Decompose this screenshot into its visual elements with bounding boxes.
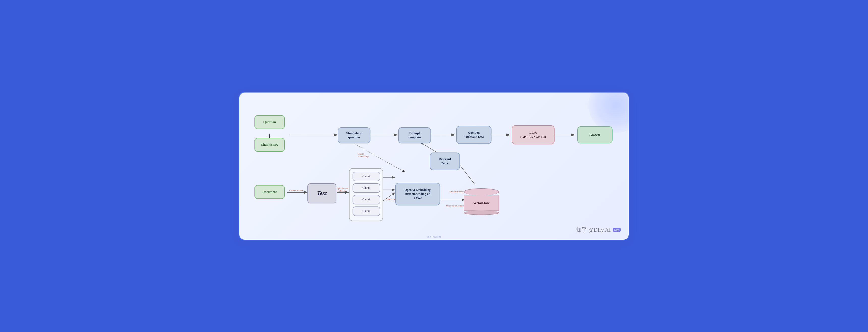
- svg-line-14: [458, 162, 475, 185]
- vector-store-label: VectorStore: [473, 201, 490, 205]
- standalone-question-node: Standalone question: [338, 127, 370, 143]
- label-store-embeddings: Store the embeddings: [446, 204, 466, 207]
- text-node: Text: [307, 183, 336, 203]
- diagram-frame: Convert to text Split the text to chunks…: [239, 92, 629, 240]
- prompt-template-node: Prompt template: [398, 127, 431, 143]
- footer-text: 相关已导航网: [427, 235, 441, 239]
- chunk-1-node: Chunk: [352, 172, 380, 181]
- openai-embedding-node: OpenAI Embedding (text-embedding-ad a-00…: [395, 183, 440, 205]
- question-node: Question: [254, 115, 285, 129]
- relevant-docs-node: Relevant Docs: [430, 153, 460, 170]
- answer-node: Answer: [577, 126, 613, 143]
- label-split-to-chunks: Split the text to chunks: [337, 187, 348, 192]
- chunk-3-node: Chunk: [352, 195, 380, 204]
- label-similarity-search: Similarity search: [450, 190, 465, 193]
- watermark: 知乎 @Dify.AI Dify.: [576, 226, 621, 234]
- chunks-container: Chunk Chunk Chunk Chunk: [349, 168, 383, 221]
- vector-store-container: VectorStore: [464, 188, 499, 215]
- document-node: Document: [254, 185, 285, 199]
- chunk-4-node: Chunk: [352, 206, 380, 216]
- question-relevant-docs-node: Question + Relevant Docs: [456, 126, 492, 144]
- label-create-embeddings-1: Create embeddings: [358, 153, 369, 158]
- chat-history-node: Chat history: [254, 138, 285, 152]
- chunk-2-node: Chunk: [352, 183, 380, 193]
- label-convert-to-text: Convert to text: [289, 189, 303, 192]
- watermark-logo: Dify.: [613, 228, 621, 232]
- llm-node: LLM (GPT-3.5 / GPT-4): [512, 125, 555, 144]
- watermark-text: 知乎 @Dify.AI: [576, 226, 611, 234]
